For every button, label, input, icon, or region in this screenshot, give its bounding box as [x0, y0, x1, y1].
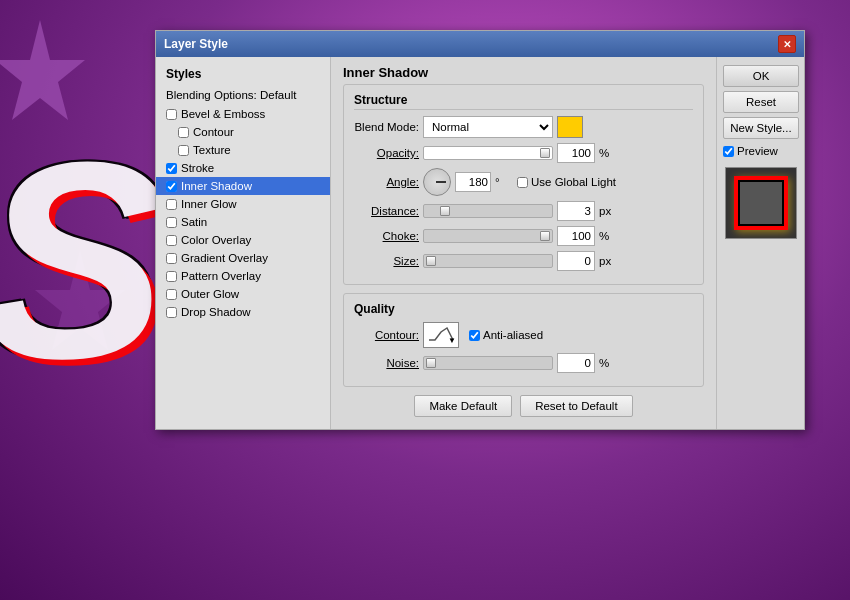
structure-subtitle: Structure [354, 93, 693, 110]
action-panel: OK Reset New Style... Preview [716, 57, 804, 429]
preview-inner-box [734, 176, 788, 230]
angle-dial[interactable] [423, 168, 451, 196]
bottom-buttons: Make Default Reset to Default [343, 387, 704, 421]
inner-shadow-label: Inner Shadow [181, 180, 252, 192]
global-light-checkbox[interactable] [517, 177, 528, 188]
drop-shadow-checkbox[interactable] [166, 307, 177, 318]
preview-checkbox[interactable] [723, 146, 734, 157]
distance-thumb [440, 206, 450, 216]
global-light-label[interactable]: Use Global Light [517, 176, 616, 188]
new-style-button[interactable]: New Style... [723, 117, 799, 139]
contour-preview[interactable]: ▼ [423, 322, 459, 348]
sidebar-item-color-overlay[interactable]: Color Overlay [156, 231, 330, 249]
inner-glow-checkbox[interactable] [166, 199, 177, 210]
angle-label: Angle: [354, 176, 419, 188]
noise-group: Noise: % [354, 353, 693, 373]
choke-thumb [540, 231, 550, 241]
global-light-text: Use Global Light [531, 176, 616, 188]
dialog-body: Styles Blending Options: Default Bevel &… [156, 57, 804, 429]
inner-glow-label: Inner Glow [181, 198, 237, 210]
texture-checkbox[interactable] [178, 145, 189, 156]
satin-label: Satin [181, 216, 207, 228]
angle-input[interactable] [455, 172, 491, 192]
noise-thumb [426, 358, 436, 368]
ok-button[interactable]: OK [723, 65, 799, 87]
sidebar-item-satin[interactable]: Satin [156, 213, 330, 231]
choke-input[interactable] [557, 226, 595, 246]
contour-checkbox[interactable] [178, 127, 189, 138]
bevel-emboss-label: Bevel & Emboss [181, 108, 265, 120]
right-panel: Inner Shadow Structure Blend Mode: Norma… [331, 57, 716, 429]
distance-input[interactable] [557, 201, 595, 221]
distance-slider[interactable] [423, 204, 553, 218]
color-overlay-checkbox[interactable] [166, 235, 177, 246]
noise-input[interactable] [557, 353, 595, 373]
outer-glow-checkbox[interactable] [166, 289, 177, 300]
bevel-emboss-checkbox[interactable] [166, 109, 177, 120]
distance-unit: px [599, 205, 617, 217]
sidebar-item-contour[interactable]: Contour [156, 123, 330, 141]
angle-unit: ° [495, 176, 513, 188]
make-default-button[interactable]: Make Default [414, 395, 512, 417]
distance-group: Distance: px [354, 201, 693, 221]
blend-mode-label: Blend Mode: [354, 121, 419, 133]
reset-button[interactable]: Reset [723, 91, 799, 113]
stroke-label: Stroke [181, 162, 214, 174]
noise-unit: % [599, 357, 617, 369]
layer-style-dialog: Layer Style ✕ Styles Blending Options: D… [155, 30, 805, 430]
opacity-slider[interactable] [423, 146, 553, 160]
quality-section: Quality Contour: ▼ Anti-aliased [343, 293, 704, 387]
size-input[interactable] [557, 251, 595, 271]
size-group: Size: px [354, 251, 693, 271]
choke-slider[interactable] [423, 229, 553, 243]
angle-line [436, 181, 446, 183]
close-button[interactable]: ✕ [778, 35, 796, 53]
preview-label-text: Preview [737, 145, 778, 157]
opacity-input[interactable] [557, 143, 595, 163]
background-letter: S [0, 100, 167, 421]
sidebar-item-bevel-emboss[interactable]: Bevel & Emboss [156, 105, 330, 123]
contour-dropdown-arrow: ▼ [448, 336, 456, 345]
choke-group: Choke: % [354, 226, 693, 246]
outer-glow-label: Outer Glow [181, 288, 239, 300]
noise-label: Noise: [354, 357, 419, 369]
noise-slider[interactable] [423, 356, 553, 370]
reset-to-default-button[interactable]: Reset to Default [520, 395, 632, 417]
sidebar-item-texture[interactable]: Texture [156, 141, 330, 159]
left-panel: Styles Blending Options: Default Bevel &… [156, 57, 331, 429]
section-title: Inner Shadow [343, 65, 704, 80]
satin-checkbox[interactable] [166, 217, 177, 228]
preview-label-group: Preview [723, 143, 798, 159]
pattern-overlay-label: Pattern Overlay [181, 270, 261, 282]
sidebar-item-gradient-overlay[interactable]: Gradient Overlay [156, 249, 330, 267]
blend-mode-group: Blend Mode: Normal Multiply Screen Overl… [354, 116, 693, 138]
anti-alias-label[interactable]: Anti-aliased [469, 329, 543, 341]
sidebar-item-inner-glow[interactable]: Inner Glow [156, 195, 330, 213]
distance-label: Distance: [354, 205, 419, 217]
size-label: Size: [354, 255, 419, 267]
preview-thumbnail [725, 167, 797, 239]
sidebar-item-pattern-overlay[interactable]: Pattern Overlay [156, 267, 330, 285]
inner-shadow-checkbox[interactable] [166, 181, 177, 192]
blend-mode-select[interactable]: Normal Multiply Screen Overlay [423, 116, 553, 138]
color-swatch[interactable] [557, 116, 583, 138]
sidebar-item-inner-shadow[interactable]: Inner Shadow [156, 177, 330, 195]
gradient-overlay-checkbox[interactable] [166, 253, 177, 264]
stroke-checkbox[interactable] [166, 163, 177, 174]
sidebar-item-outer-glow[interactable]: Outer Glow [156, 285, 330, 303]
opacity-thumb [540, 148, 550, 158]
choke-unit: % [599, 230, 617, 242]
sidebar-item-stroke[interactable]: Stroke [156, 159, 330, 177]
opacity-group: Opacity: % [354, 143, 693, 163]
dialog-title: Layer Style [164, 37, 228, 51]
anti-alias-checkbox[interactable] [469, 330, 480, 341]
contour-label: Contour [193, 126, 234, 138]
anti-alias-text: Anti-aliased [483, 329, 543, 341]
drop-shadow-label: Drop Shadow [181, 306, 251, 318]
styles-title: Styles [156, 63, 330, 85]
title-bar: Layer Style ✕ [156, 31, 804, 57]
size-slider[interactable] [423, 254, 553, 268]
sidebar-item-drop-shadow[interactable]: Drop Shadow [156, 303, 330, 321]
blending-options-item[interactable]: Blending Options: Default [156, 85, 330, 105]
pattern-overlay-checkbox[interactable] [166, 271, 177, 282]
